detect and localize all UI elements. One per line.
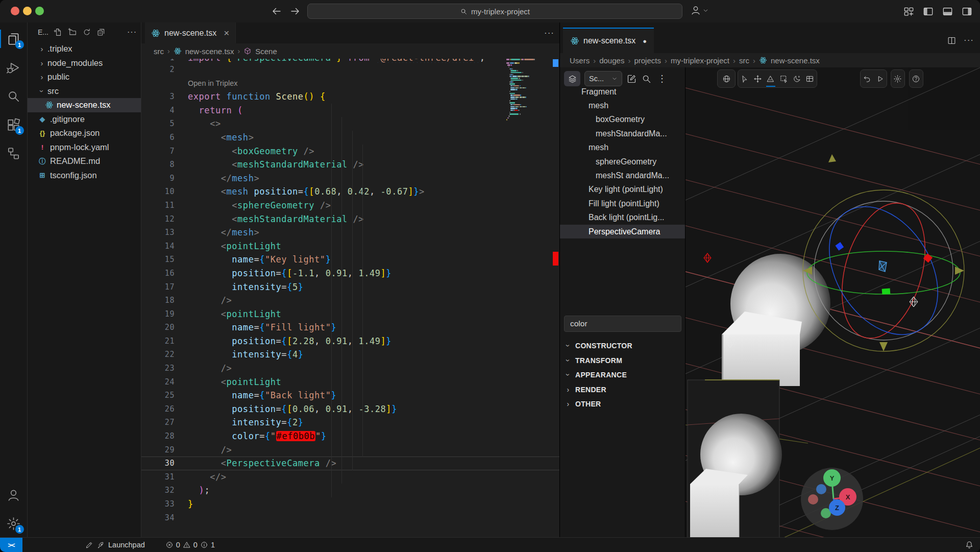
scene-select[interactable]: Sc... [584, 71, 622, 86]
tab-triplex-new-scene[interactable]: new-scene.tsx ● [563, 28, 654, 53]
section-constructor[interactable]: ›CONSTRUCTOR [560, 339, 685, 353]
breadcrumb-item[interactable]: Users [570, 56, 590, 65]
kebab-menu-icon[interactable]: ⋮ [656, 73, 668, 84]
activity-item-settings[interactable]: 1 [0, 509, 28, 538]
problems-status-item[interactable]: 0 0 1 [165, 541, 215, 549]
viewport-3d[interactable]: Y X Z [685, 67, 980, 538]
scene-node-fill-light-pointlight-[interactable]: Fill light (pointLight) [560, 197, 685, 210]
breadcrumb-item[interactable]: projects [634, 56, 661, 65]
file-item-public[interactable]: ›public [28, 70, 141, 84]
toggle-panel-icon[interactable] [942, 6, 953, 17]
zoom-window-button[interactable] [35, 7, 44, 15]
scene-node-spheregeometry[interactable]: sphereGeometry [560, 155, 685, 169]
tool-move-button[interactable] [751, 70, 765, 87]
file-item-.triplex[interactable]: ›.triplex [28, 42, 141, 56]
activity-item-search[interactable] [0, 82, 28, 110]
scene-node-mesh[interactable]: mesh [560, 141, 685, 155]
collapse-all-icon[interactable] [96, 28, 106, 37]
tool-grid-button[interactable] [803, 70, 817, 87]
command-center[interactable]: my-triplex-project [307, 4, 682, 19]
code-line-21[interactable]: 21 position={[2.28, 0.91, 1.49]} [141, 334, 559, 348]
code-line-29[interactable]: 29 /> [141, 443, 559, 457]
tool-cursor-button[interactable] [738, 70, 751, 87]
code-area[interactable]: 1import { PerspectiveCamera } from "@rea… [141, 59, 559, 538]
tool-help-button[interactable] [910, 70, 923, 87]
point-light-helper-red[interactable] [704, 253, 711, 262]
scene-node-perspectivecamera[interactable]: PerspectiveCamera [560, 225, 685, 238]
close-icon[interactable]: × [224, 28, 229, 39]
breadcrumb-item[interactable]: new-scene.tsx [771, 56, 820, 65]
file-item-pnpm-lock.yaml[interactable]: !pnpm-lock.yaml [28, 140, 141, 155]
section-render[interactable]: ›RENDER [560, 382, 685, 397]
account-menu[interactable] [690, 5, 709, 16]
code-line-31[interactable]: 31 </> [141, 470, 559, 484]
tool-boxselect-button[interactable] [777, 70, 791, 87]
code-line-11[interactable]: 11 <sphereGeometry /> [141, 199, 559, 212]
code-line-2[interactable]: 2 [141, 63, 559, 77]
scene-canvas[interactable]: Y X Z [685, 67, 980, 538]
code-line-10[interactable]: 10 <mesh position={[0.68, 0.42, -0.67]}> [141, 185, 559, 199]
code-line-33[interactable]: 33} [141, 497, 559, 511]
code-line-7[interactable]: 7 <boxGeometry /> [141, 145, 559, 158]
breadcrumb-item[interactable]: douges [599, 56, 624, 65]
code-line-5[interactable]: 5 <> [141, 117, 559, 131]
cube-mesh[interactable] [722, 311, 802, 386]
code-line-4[interactable]: 4 return ( [141, 104, 559, 117]
editor-actions-more[interactable]: ··· [544, 22, 554, 43]
code-line-19[interactable]: 19 <pointLight [141, 307, 559, 321]
code-line-13[interactable]: 13 </mesh> [141, 226, 559, 239]
rotate-gizmo[interactable] [803, 154, 964, 354]
scene-node-meshstandardma-[interactable]: meshStandardMa... [560, 127, 685, 140]
section-appearance[interactable]: ›APPEARANCE [560, 368, 685, 382]
code-line-6[interactable]: 6 <mesh> [141, 131, 559, 145]
file-item-tsconfig.json[interactable]: ⊞tsconfig.json [28, 169, 141, 183]
file-item-package.json[interactable]: {}package.json [28, 126, 141, 140]
refresh-icon[interactable] [82, 28, 91, 37]
code-line-30[interactable]: 30 <PerspectiveCamera /> [141, 457, 559, 470]
activity-item-extensions[interactable]: 1 [0, 110, 28, 139]
file-item-.gitignore[interactable]: ◆.gitignore [28, 112, 141, 127]
scene-node-meshst-andardma-[interactable]: meshSt andardMa... [560, 169, 685, 182]
tool-moon-button[interactable] [790, 70, 803, 87]
code-line-32[interactable]: 32 ); [141, 484, 559, 497]
customize-layout-icon[interactable] [903, 6, 915, 17]
file-item-README.md[interactable]: ⓘREADME.md [28, 154, 141, 169]
prop-filter-input[interactable] [564, 316, 681, 332]
code-line-17[interactable]: 17 intensity={5} [141, 280, 559, 294]
code-line-28[interactable]: 28 color={"#ef0b0b"} [141, 429, 559, 443]
breadcrumb-item[interactable]: my-triplex-project [671, 56, 729, 65]
activity-item-explorer[interactable]: 1 [0, 25, 28, 53]
code-line-27[interactable]: 27 intensity={2} [141, 416, 559, 429]
remote-indicator[interactable]: >< [0, 538, 22, 552]
section-transform[interactable]: ›TRANSFORM [560, 353, 685, 368]
code-line-16[interactable]: 16 position={[-1.1, 0.91, 1.49]} [141, 267, 559, 280]
code-line-15[interactable]: 15 name={"Key light"} [141, 253, 559, 267]
code-line-20[interactable]: 20 name={"Fill light"} [141, 321, 559, 334]
code-line-24[interactable]: 24 <pointLight [141, 375, 559, 389]
axis-neg-z-ball[interactable] [816, 484, 826, 494]
breadcrumb-item[interactable]: src [739, 56, 749, 65]
more-actions-icon[interactable]: ··· [964, 35, 974, 45]
minimap[interactable] [506, 57, 550, 159]
tool-play-button[interactable] [874, 70, 887, 87]
toggle-sidebar-icon[interactable] [922, 6, 934, 17]
file-item-src[interactable]: ›src [28, 84, 141, 99]
activity-item-run-debug[interactable] [0, 53, 28, 82]
code-line-8[interactable]: 8 <meshStandardMaterial /> [141, 158, 559, 172]
split-editor-icon[interactable] [947, 36, 957, 45]
code-line-18[interactable]: 18 /> [141, 294, 559, 307]
launchpad-status-item[interactable]: Launchpad [85, 541, 145, 549]
forward-icon[interactable] [289, 5, 301, 17]
tool-triangle-button[interactable] [764, 70, 777, 87]
scene-node-key-light-pointlight-[interactable]: Key light (pointLight) [560, 183, 685, 197]
file-item-node_modules[interactable]: ›node_modules [28, 56, 141, 70]
scene-node-mesh[interactable]: mesh [560, 99, 685, 112]
code-line-26[interactable]: 26 position={[0.06, 0.91, -3.28]} [141, 402, 559, 416]
minimize-window-button[interactable] [23, 7, 32, 15]
notifications-bell-icon[interactable] [965, 540, 974, 549]
axis-gizmo[interactable]: Y X Z [801, 468, 863, 530]
code-line-9[interactable]: 9 </mesh> [141, 172, 559, 185]
code-line-14[interactable]: 14 <pointLight [141, 239, 559, 253]
tool-globe-button[interactable] [720, 70, 733, 87]
explorer-more-icon[interactable]: ··· [127, 28, 137, 37]
